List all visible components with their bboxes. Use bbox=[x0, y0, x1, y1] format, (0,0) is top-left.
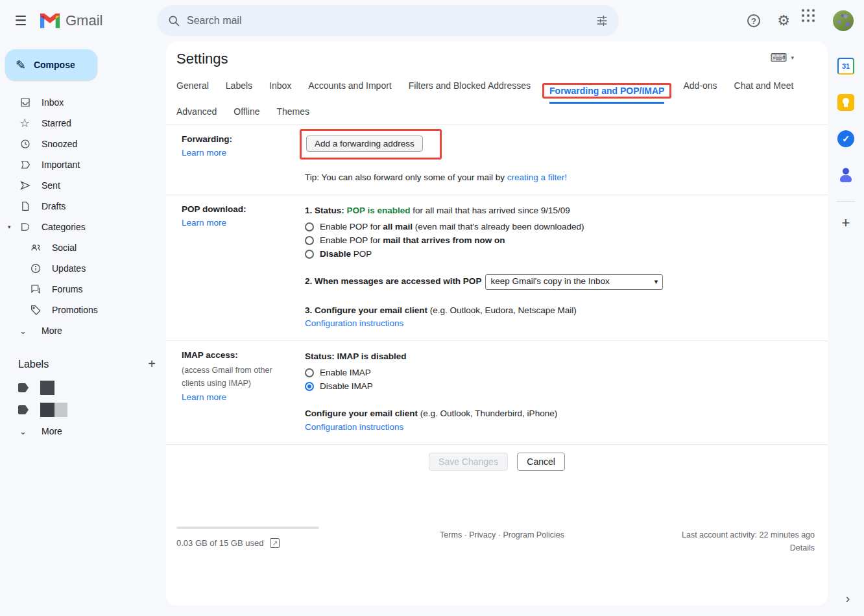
sidebar-item-categories[interactable]: ▾ Categories bbox=[0, 217, 166, 237]
tab-advanced[interactable]: Advanced bbox=[176, 100, 217, 124]
footer-links: Terms · Privacy · Program Policies bbox=[371, 527, 633, 552]
cancel-button[interactable]: Cancel bbox=[517, 453, 565, 471]
forwarding-learn-more-link[interactable]: Learn more bbox=[182, 148, 226, 158]
sidebar-item-promotions[interactable]: Promotions bbox=[0, 300, 166, 320]
search-input[interactable] bbox=[187, 15, 589, 27]
imap-access-label: IMAP access: bbox=[182, 350, 305, 360]
tab-labels[interactable]: Labels bbox=[226, 74, 252, 99]
left-sidebar: ✎ Compose Inbox ☆ Starred Snoozed Import… bbox=[0, 41, 166, 606]
imap-configuration-instructions-link[interactable]: Configuration instructions bbox=[305, 422, 403, 432]
pop-option-from-now-on[interactable]: Enable POP for mail that arrives from no… bbox=[305, 234, 802, 248]
program-policies-link[interactable]: Program Policies bbox=[503, 530, 564, 539]
labels-heading: Labels bbox=[18, 359, 49, 370]
sidebar-item-updates[interactable]: Updates bbox=[0, 258, 166, 279]
radio-icon[interactable] bbox=[305, 382, 314, 391]
pop-option-all-mail[interactable]: Enable POP for all mail (even mail that'… bbox=[305, 220, 802, 234]
save-changes-button[interactable]: Save Changes bbox=[429, 453, 508, 471]
storage-info: 0.03 GB of 15 GB used ↗ bbox=[176, 527, 371, 552]
people-icon bbox=[30, 242, 52, 254]
search-icon[interactable] bbox=[161, 8, 187, 34]
tab-chat-and-meet[interactable]: Chat and Meet bbox=[734, 74, 794, 99]
radio-icon[interactable] bbox=[305, 368, 314, 377]
create-label-plus-icon[interactable]: + bbox=[148, 357, 156, 372]
pop-learn-more-link[interactable]: Learn more bbox=[182, 218, 226, 228]
pop-status-value: POP is enabled bbox=[347, 206, 411, 215]
contacts-icon[interactable] bbox=[833, 162, 859, 188]
add-addon-plus-icon[interactable]: + bbox=[842, 215, 850, 231]
panel-divider bbox=[837, 201, 855, 202]
tabs-row-1: General Labels Inbox Accounts and Import… bbox=[176, 74, 817, 99]
sidebar-item-snoozed[interactable]: Snoozed bbox=[0, 134, 166, 154]
sidebar-item-inbox[interactable]: Inbox bbox=[0, 92, 166, 113]
tab-forwarding-and-pop-imap[interactable]: Forwarding and POP/IMAP bbox=[549, 79, 664, 104]
sidebar-item-sent[interactable]: Sent bbox=[0, 175, 166, 196]
terms-link[interactable]: Terms bbox=[440, 530, 462, 539]
pop-option-disable[interactable]: Disable POP bbox=[305, 248, 802, 261]
page-title: Settings bbox=[176, 51, 228, 67]
sidebar-item-starred[interactable]: ☆ Starred bbox=[0, 113, 166, 134]
tab-themes[interactable]: Themes bbox=[277, 100, 310, 124]
account-avatar[interactable] bbox=[833, 10, 854, 31]
pop-configure-line: 3. Configure your email client (e.g. Out… bbox=[305, 304, 802, 317]
pop-download-section: POP download: Learn more 1. Status: POP … bbox=[166, 195, 828, 340]
main-menu-icon[interactable]: ☰ bbox=[5, 5, 36, 36]
radio-icon[interactable] bbox=[305, 222, 314, 231]
search-options-icon[interactable] bbox=[589, 8, 615, 34]
sidebar-item-forums[interactable]: Forums bbox=[0, 279, 166, 300]
imap-option-enable[interactable]: Enable IMAP bbox=[305, 366, 802, 379]
imap-configure-line: Configure your email client (e.g. Outloo… bbox=[305, 407, 802, 420]
gmail-logo[interactable]: Gmail bbox=[40, 12, 149, 29]
important-marker-icon bbox=[19, 159, 42, 171]
sidebar-item-social[interactable]: Social bbox=[0, 237, 166, 258]
info-icon bbox=[30, 263, 52, 274]
external-link-icon[interactable]: ↗ bbox=[270, 538, 280, 548]
forwarding-label: Forwarding: bbox=[182, 134, 305, 144]
imap-status: Status: IMAP is disabled bbox=[305, 350, 802, 363]
label-item-1[interactable] bbox=[0, 377, 166, 399]
help-icon[interactable]: ? bbox=[741, 8, 767, 34]
mail-footer: 0.03 GB of 15 GB used ↗ Terms · Privacy … bbox=[166, 527, 828, 552]
gmail-m-icon bbox=[40, 13, 60, 29]
send-icon bbox=[19, 180, 42, 191]
creating-a-filter-link[interactable]: creating a filter! bbox=[507, 172, 567, 182]
annotation-box-add-forwarding: Add a forwarding address bbox=[300, 129, 442, 160]
document-icon bbox=[19, 200, 42, 212]
search-bar[interactable] bbox=[157, 5, 619, 36]
hide-panel-chevron-icon[interactable]: › bbox=[846, 592, 850, 606]
collapse-caret-icon[interactable]: ▾ bbox=[8, 224, 11, 230]
tab-general[interactable]: General bbox=[176, 74, 209, 99]
sidebar-item-more[interactable]: ⌄ More bbox=[0, 320, 166, 341]
tasks-icon[interactable]: ✓ bbox=[833, 126, 859, 152]
tab-offline[interactable]: Offline bbox=[234, 100, 259, 124]
keep-icon[interactable] bbox=[833, 89, 859, 115]
input-tools-selector[interactable]: ⌨ ▾ bbox=[770, 51, 794, 65]
imap-option-disable[interactable]: Disable IMAP bbox=[305, 379, 802, 393]
google-apps-icon[interactable] bbox=[800, 8, 826, 34]
sidebar-item-drafts[interactable]: Drafts bbox=[0, 196, 166, 217]
tab-inbox[interactable]: Inbox bbox=[269, 74, 291, 99]
sidebar-nav: Inbox ☆ Starred Snoozed Important Sent D… bbox=[0, 92, 166, 341]
tab-filters-and-blocked-addresses[interactable]: Filters and Blocked Addresses bbox=[409, 74, 531, 99]
settings-gear-icon[interactable]: ⚙ bbox=[771, 8, 797, 34]
tag-icon bbox=[30, 304, 52, 316]
calendar-icon[interactable]: 31 bbox=[833, 53, 859, 79]
radio-icon[interactable] bbox=[305, 236, 314, 245]
tab-add-ons[interactable]: Add-ons bbox=[683, 74, 717, 99]
add-forwarding-address-button[interactable]: Add a forwarding address bbox=[306, 136, 423, 152]
imap-learn-more-link[interactable]: Learn more bbox=[182, 392, 226, 402]
pop-action-select[interactable]: keep Gmail's copy in the Inbox ▾ bbox=[485, 274, 663, 290]
sidebar-item-important[interactable]: Important bbox=[0, 154, 166, 175]
activity-details-link[interactable]: Details bbox=[633, 543, 815, 552]
forwarding-section: Forwarding: Learn more Add a forwarding … bbox=[166, 124, 828, 195]
tab-accounts-and-import[interactable]: Accounts and Import bbox=[308, 74, 391, 99]
radio-icon[interactable] bbox=[305, 250, 314, 259]
labels-header: Labels + bbox=[18, 357, 156, 372]
select-arrow-icon: ▾ bbox=[654, 276, 658, 287]
sidebar-labels-more[interactable]: ⌄ More bbox=[0, 421, 166, 442]
storage-meter[interactable] bbox=[176, 527, 319, 529]
compose-button[interactable]: ✎ Compose bbox=[5, 49, 97, 80]
privacy-link[interactable]: Privacy bbox=[469, 530, 496, 539]
tabs-row-2: Advanced Offline Themes bbox=[176, 100, 817, 124]
label-item-2[interactable] bbox=[0, 399, 166, 421]
pop-configuration-instructions-link[interactable]: Configuration instructions bbox=[305, 318, 403, 328]
